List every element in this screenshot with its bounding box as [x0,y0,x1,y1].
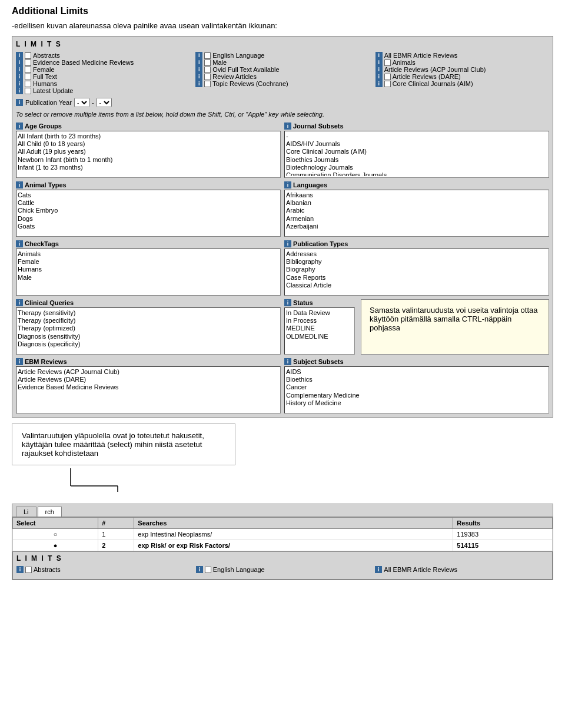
animal-types-box[interactable]: Cats Cattle Chick Embryo Dogs Goats [16,190,281,237]
radio-cell-2[interactable]: ● [13,540,98,551]
limit-item-humans[interactable]: i Humans [16,80,190,87]
info-icon-latest: i [16,87,23,94]
info-icon-acp: i [375,66,383,73]
limits-panel: L i m i t s i Abstracts i Evidence Based… [12,36,553,418]
info-icon-fulltext: i [16,73,23,80]
journal-subsets-select[interactable]: - AIDS/HIV Journals Core Clinical Journa… [286,133,547,176]
info-icon-animal-types: i [16,181,23,188]
checkbox-abstracts[interactable] [25,52,31,59]
info-icon-core: i [375,80,383,87]
limit-item-dare[interactable]: i Article Reviews (DARE) [375,73,549,80]
limit-bottom-english[interactable]: i English Language [196,566,370,573]
animal-types-select[interactable]: Cats Cattle Chick Embryo Dogs Goats [18,191,279,235]
checkbox-female[interactable] [25,67,31,73]
languages-group: i Languages Afrikaans Albanian Arabic Ar… [284,181,549,237]
checkbox-bottom-abstracts[interactable] [25,567,32,573]
limit-item-abstracts[interactable]: i Abstracts [16,52,190,59]
age-groups-label: i Age Groups [16,123,281,130]
limit-item-review[interactable]: i Review Articles [195,73,369,80]
checkbox-review[interactable] [204,74,211,80]
info-icon-english: i [195,52,202,59]
checkbox-dare[interactable] [384,74,391,80]
pub-types-group: i Publication Types Addresses Bibliograp… [284,240,549,296]
info-icon-female: i [16,66,23,73]
checkbox-fulltext[interactable] [25,74,31,80]
ebm-reviews-box[interactable]: Article Reviews (ACP Journal Club) Artic… [16,366,281,413]
limit-item-latest[interactable]: i Latest Update [16,87,190,94]
checkbox-latest[interactable] [25,88,31,94]
row-results-1: 119383 [453,529,553,540]
pub-year-to-select[interactable]: - [97,98,112,107]
status-callout: Samasta valintaruudusta voi useita valin… [361,299,549,355]
ebm-reviews-select[interactable]: Article Reviews (ACP Journal Club) Artic… [18,368,279,406]
checkbox-animals[interactable] [384,59,391,66]
checkbox-bottom-english[interactable] [205,567,211,573]
pub-year-from-select[interactable]: - [74,98,89,107]
limits-bottom-title: L i m i t s [16,554,549,562]
row-num-1: 1 [98,529,134,540]
subject-subsets-select[interactable]: AIDS Bioethics Cancer Complementary Medi… [286,368,547,413]
page-title: Additional Limits [12,6,553,16]
checkbox-male[interactable] [204,59,211,66]
limit-item-female[interactable]: i Female [16,66,190,73]
arrow-svg [47,468,165,492]
info-icon-all-ebmr: i [375,52,383,59]
search-table-container: Select # Searches Results ○ 1 exp Intest… [12,517,553,551]
info-icon-bottom-all-ebmr: i [375,566,382,573]
col-header-select: Select [13,518,98,529]
info-icon-bottom-english: i [196,566,203,573]
pub-types-box[interactable]: Addresses Bibliography Biography Case Re… [284,249,549,296]
info-icon-topic: i [195,80,202,87]
search-tab-bar: Li rch [12,504,553,517]
checkbox-ovid[interactable] [204,67,211,73]
subject-subsets-box[interactable]: AIDS Bioethics Cancer Complementary Medi… [284,366,549,413]
age-groups-box[interactable]: All Infant (birth to 23 months) All Chil… [16,131,281,178]
tab-search[interactable]: rch [38,507,62,517]
limit-item-animals[interactable]: i Animals [375,59,549,66]
limit-item-topic[interactable]: i Topic Reviews (Cochrane) [195,80,369,87]
left-selects: i Age Groups All Infant (birth to 23 mon… [16,123,281,413]
checkbox-topic[interactable] [204,81,211,87]
info-icon-journal: i [284,123,291,130]
limit-item-ebmr[interactable]: i Evidence Based Medicine Reviews [16,59,190,66]
table-row: ○ 1 exp Intestinal Neoplasms/ 119383 [13,529,553,540]
annotation-box: Valintaruutujen yläpuolella ovat jo tote… [12,423,235,465]
checktags-select[interactable]: Animals Female Humans Male [18,250,279,294]
limit-bottom-all-ebmr[interactable]: i All EBMR Article Reviews [375,566,549,573]
limit-item-acp[interactable]: i Article Reviews (ACP Journal Club) [375,66,549,73]
hint-text: To select or remove multiple items from … [16,111,549,118]
clinical-queries-select[interactable]: Therapy (sensitivity) Therapy (specifici… [18,309,279,355]
age-groups-group: i Age Groups All Infant (birth to 23 mon… [16,123,281,178]
checkbox-core[interactable] [384,81,391,87]
info-icon-pubyear: i [16,99,23,106]
limit-item-male[interactable]: i Male [195,59,369,66]
pub-types-select[interactable]: Addresses Bibliography Biography Case Re… [286,250,547,296]
status-label: i Status [284,299,355,306]
checkbox-ebmr[interactable] [25,59,31,66]
clinical-queries-box[interactable]: Therapy (sensitivity) Therapy (specifici… [16,307,281,355]
limit-bottom-abstracts[interactable]: i Abstracts [16,566,190,573]
journal-subsets-box[interactable]: - AIDS/HIV Journals Core Clinical Journa… [284,131,549,178]
limit-item-fulltext[interactable]: i Full Text [16,73,190,80]
pub-types-label: i Publication Types [284,240,549,247]
age-groups-select[interactable]: All Infant (birth to 23 months) All Chil… [18,133,279,176]
checktags-box[interactable]: Animals Female Humans Male [16,249,281,296]
subject-subsets-label: i Subject Subsets [284,358,549,365]
limit-item-core[interactable]: i Core Clinical Journals (AIM) [375,80,549,87]
table-row: ● 2 exp Risk/ or exp Risk Factors/ 51411… [13,540,553,551]
limit-item-english[interactable]: i English Language [195,52,369,59]
radio-cell-1[interactable]: ○ [13,529,98,540]
info-icon-ovid: i [195,66,202,73]
status-box[interactable]: In Data Review In Process MEDLINE OLDMED… [284,307,355,355]
journal-subsets-group: i Journal Subsets - AIDS/HIV Journals Co… [284,123,549,178]
checkbox-humans[interactable] [25,81,31,87]
status-select[interactable]: In Data Review In Process MEDLINE OLDMED… [286,309,353,355]
languages-box[interactable]: Afrikaans Albanian Arabic Armenian Azerb… [284,190,549,237]
tab-li[interactable]: Li [16,507,36,517]
languages-select[interactable]: Afrikaans Albanian Arabic Armenian Azerb… [286,191,547,237]
clinical-queries-group: i Clinical Queries Therapy (sensitivity)… [16,299,281,355]
limit-item-ovid[interactable]: i Ovid Full Text Available [195,66,369,73]
annotation-wrapper: Valintaruutujen yläpuolella ovat jo tote… [12,423,553,465]
checkbox-english[interactable] [204,52,211,59]
limit-item-all-ebmr[interactable]: i All EBMR Article Reviews [375,52,549,59]
